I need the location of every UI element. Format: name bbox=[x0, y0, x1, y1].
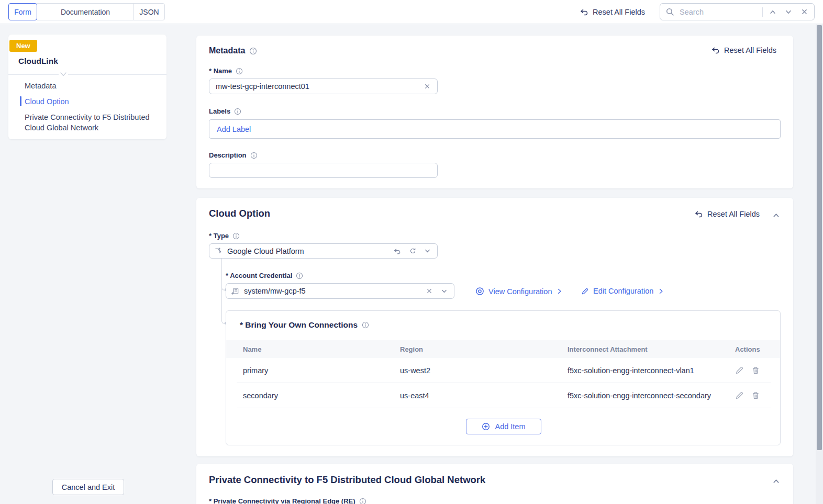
info-icon[interactable] bbox=[250, 152, 258, 159]
info-icon[interactable] bbox=[249, 47, 257, 55]
tab-json-label: JSON bbox=[139, 8, 159, 16]
description-input-wrap bbox=[209, 163, 438, 178]
sidebar-item-metadata[interactable]: Metadata bbox=[25, 81, 56, 91]
search-box bbox=[660, 3, 815, 20]
metadata-reset-fields-label: Reset All Fields bbox=[724, 46, 776, 54]
clear-credential-icon[interactable] bbox=[424, 285, 435, 297]
account-credential-select[interactable]: system/mw-gcp-f5 bbox=[226, 283, 454, 299]
add-label-text[interactable]: Add Label bbox=[217, 125, 251, 133]
delete-row-icon[interactable] bbox=[751, 366, 760, 375]
metadata-section: Metadata Reset All Fields * Name Labels bbox=[196, 36, 793, 188]
chevron-down-icon[interactable] bbox=[422, 245, 432, 257]
type-select[interactable]: Google Cloud Platform bbox=[209, 243, 438, 259]
object-type-title: CloudLink bbox=[18, 57, 58, 66]
cell-region: us-east4 bbox=[394, 391, 561, 400]
new-badge-label: New bbox=[9, 40, 37, 52]
cloud-option-reset-fields-label: Reset All Fields bbox=[707, 210, 760, 218]
view-configuration-label: View Configuration bbox=[488, 287, 552, 296]
collapse-section-icon[interactable] bbox=[770, 209, 782, 221]
chevron-down-icon[interactable] bbox=[439, 285, 449, 297]
table-row: secondary us-east4 f5xc-solution-engg-in… bbox=[237, 383, 771, 408]
cancel-and-exit-label: Cancel and Exit bbox=[62, 483, 115, 491]
active-nav-indicator bbox=[20, 96, 21, 106]
delete-row-icon[interactable] bbox=[751, 391, 760, 400]
description-field-label: Description bbox=[209, 151, 247, 159]
undo-icon bbox=[580, 8, 588, 16]
reset-all-fields-top-button[interactable]: Reset All Fields bbox=[580, 8, 645, 16]
plus-circle-icon bbox=[482, 422, 490, 431]
chevron-right-icon bbox=[658, 288, 664, 295]
connections-table-header: Name Region Interconnect Attachment Acti… bbox=[226, 340, 781, 358]
chevron-right-icon bbox=[556, 288, 563, 295]
search-divider bbox=[762, 7, 763, 17]
col-header-attachment: Interconnect Attachment bbox=[561, 345, 729, 353]
search-close-button[interactable] bbox=[798, 6, 810, 18]
metadata-reset-fields-button[interactable]: Reset All Fields bbox=[711, 46, 776, 54]
nav-divider-pointer-icon bbox=[59, 72, 68, 76]
branch-icon bbox=[215, 247, 223, 255]
info-icon[interactable] bbox=[236, 68, 243, 75]
edit-row-icon[interactable] bbox=[735, 366, 744, 375]
table-row: primary us-west2 f5xc-solution-engg-inte… bbox=[237, 358, 771, 383]
view-configuration-link[interactable]: View Configuration bbox=[475, 287, 563, 296]
undo-icon bbox=[711, 46, 720, 54]
add-item-label: Add Item bbox=[495, 422, 525, 431]
top-bar: Form Documentation JSON Reset All Fields bbox=[0, 0, 823, 24]
view-icon bbox=[475, 287, 484, 296]
refresh-icon[interactable] bbox=[407, 245, 418, 257]
tab-json[interactable]: JSON bbox=[134, 3, 165, 20]
pencil-icon bbox=[581, 287, 589, 295]
info-icon[interactable] bbox=[362, 321, 369, 329]
search-input[interactable] bbox=[679, 7, 758, 17]
info-icon[interactable] bbox=[232, 232, 240, 240]
search-next-button[interactable] bbox=[783, 6, 794, 18]
search-icon bbox=[665, 7, 674, 16]
nav-divider bbox=[8, 74, 166, 75]
col-header-actions: Actions bbox=[729, 345, 771, 353]
cell-name: primary bbox=[237, 366, 394, 375]
type-field-label: * Type bbox=[209, 232, 229, 240]
sidebar-item-private-connectivity[interactable]: Private Connectivity to F5 Distributed C… bbox=[25, 112, 157, 133]
edit-configuration-link[interactable]: Edit Configuration bbox=[581, 287, 664, 295]
name-input-wrap bbox=[209, 79, 438, 94]
sidebar-item-cloud-option[interactable]: Cloud Option bbox=[25, 96, 69, 107]
cell-name: secondary bbox=[237, 391, 394, 400]
labels-field-label: Labels bbox=[209, 107, 230, 115]
page: Form Documentation JSON Reset All Fields bbox=[0, 0, 823, 504]
account-credential-value: system/mw-gcp-f5 bbox=[244, 287, 419, 295]
private-connectivity-title: Private Connectivity to F5 Distributed C… bbox=[209, 474, 485, 486]
cell-attachment: f5xc-solution-engg-interconnect-vlan1 bbox=[561, 366, 729, 375]
scrollbar-thumb[interactable] bbox=[817, 25, 822, 450]
tab-documentation[interactable]: Documentation bbox=[37, 3, 134, 20]
clear-name-icon[interactable] bbox=[422, 82, 432, 91]
new-badge: New bbox=[9, 40, 37, 52]
account-credential-field-label: * Account Credential bbox=[226, 272, 292, 279]
view-tabs: Form Documentation JSON bbox=[8, 3, 165, 20]
cell-attachment: f5xc-solution-engg-interconnect-secondar… bbox=[561, 391, 729, 400]
collapse-section-icon[interactable] bbox=[770, 475, 782, 487]
col-header-region: Region bbox=[394, 345, 561, 353]
tab-form[interactable]: Form bbox=[8, 3, 37, 20]
add-item-button[interactable]: Add Item bbox=[466, 419, 541, 434]
cloud-option-reset-fields-button[interactable]: Reset All Fields bbox=[695, 210, 760, 218]
tab-form-label: Form bbox=[14, 8, 31, 16]
type-select-value: Google Cloud Platform bbox=[227, 247, 387, 255]
info-icon[interactable] bbox=[296, 272, 303, 279]
undo-icon[interactable] bbox=[392, 245, 403, 257]
search-prev-button[interactable] bbox=[767, 6, 778, 18]
cloud-option-section: Cloud Option Reset All Fields * Type Goo… bbox=[196, 198, 793, 456]
cancel-and-exit-button[interactable]: Cancel and Exit bbox=[52, 479, 124, 495]
object-reference-icon bbox=[231, 287, 239, 295]
connections-card: * Bring Your Own Connections Name Region… bbox=[226, 310, 781, 445]
info-icon[interactable] bbox=[234, 108, 241, 115]
labels-box[interactable]: Add Label bbox=[209, 119, 781, 139]
undo-icon bbox=[695, 210, 703, 218]
reset-all-fields-top-label: Reset All Fields bbox=[593, 8, 645, 16]
metadata-title: Metadata bbox=[209, 46, 245, 55]
description-input[interactable] bbox=[215, 166, 432, 175]
edit-row-icon[interactable] bbox=[735, 391, 744, 400]
info-icon[interactable] bbox=[359, 498, 366, 504]
private-connectivity-re-label: * Private Connectivity via Regional Edge… bbox=[209, 497, 355, 504]
name-input[interactable] bbox=[215, 82, 422, 91]
tab-documentation-label: Documentation bbox=[61, 8, 110, 16]
